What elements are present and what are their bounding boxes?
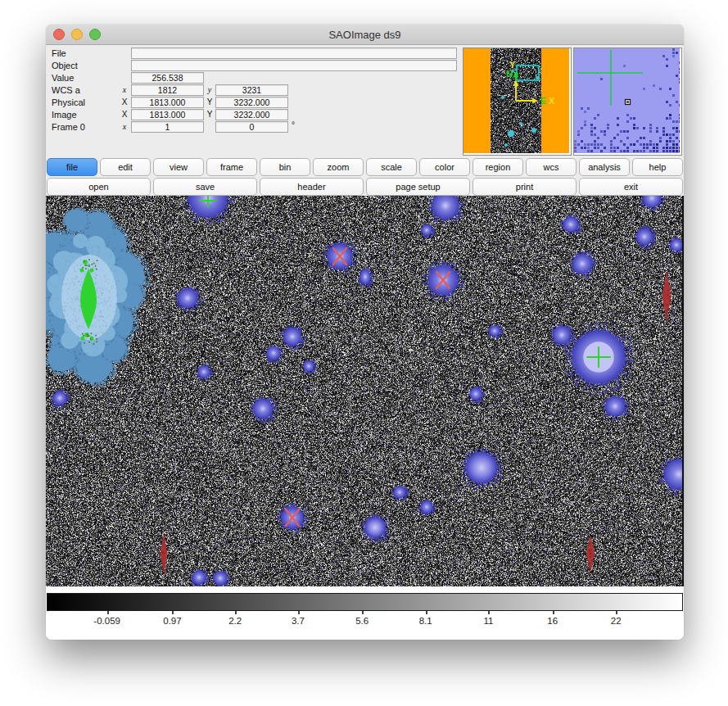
colorbar-tick-label: 3.7 — [292, 616, 305, 626]
colorbar-tick — [107, 611, 109, 614]
menu-button-help[interactable]: help — [632, 158, 683, 176]
menu-button-region[interactable]: region — [473, 158, 523, 176]
image-area — [46, 196, 684, 586]
colorbar-tick — [616, 611, 617, 614]
info-label: File — [52, 48, 66, 58]
info-field[interactable]: 256.538 — [131, 72, 204, 84]
colorbar-tick — [172, 611, 174, 614]
axis-label: y — [205, 85, 215, 94]
info-field[interactable]: 3232.000 — [215, 97, 288, 108]
menu-button-scale[interactable]: scale — [366, 158, 417, 176]
menu-button-header[interactable]: header — [260, 178, 364, 196]
info-label: Physical — [52, 97, 85, 107]
axis-label: Y — [205, 97, 215, 106]
colorbar-tick — [298, 611, 300, 614]
info-row-frame-0: Frame 0x10° — [46, 121, 459, 134]
info-field[interactable] — [131, 60, 457, 71]
menu-button-bin[interactable]: bin — [260, 158, 310, 176]
info-label: Object — [52, 61, 78, 70]
colorbar-tick — [235, 611, 237, 614]
menu-button-frame[interactable]: frame — [206, 158, 257, 176]
info-label: WCS a — [52, 85, 80, 95]
colorbar-tick-label: 11 — [483, 616, 493, 626]
colorbar-tick-label: 22 — [611, 616, 622, 626]
ds9-window: SAOImage ds9 FileObjectValue256.538WCS a… — [46, 25, 684, 640]
info-row-wcs-a: WCS ax1812y3231 — [46, 84, 459, 97]
colorbar-tick — [426, 611, 427, 614]
close-button[interactable] — [53, 29, 65, 40]
colorbar-tick-label: 8.1 — [419, 616, 432, 626]
info-row-object: Object — [46, 60, 459, 72]
axis-label: X — [120, 97, 129, 106]
menu-row-1: fileeditviewframebinzoomscalecolorregion… — [46, 156, 684, 176]
magnifier-canvas[interactable] — [574, 48, 680, 153]
menu-button-zoom[interactable]: zoom — [313, 158, 364, 176]
info-rows: FileObjectValue256.538WCS ax1812y3231Phy… — [46, 48, 459, 134]
info-row-file: File — [46, 48, 459, 60]
menu-button-exit[interactable]: exit — [579, 178, 683, 196]
menu-button-page-setup[interactable]: page setup — [366, 178, 470, 196]
info-field[interactable]: 1812 — [131, 84, 204, 96]
colorbar-tick — [553, 611, 554, 614]
main-image-canvas[interactable] — [46, 196, 682, 586]
menu-button-wcs[interactable]: wcs — [526, 158, 577, 176]
menu-button-color[interactable]: color — [419, 158, 470, 176]
info-label: Value — [52, 73, 74, 83]
panner-box — [463, 48, 572, 156]
info-row-physical: PhysicalX1813.000Y3232.000 — [46, 97, 459, 109]
axis-label: Y — [205, 110, 215, 119]
info-row-value: Value256.538 — [46, 72, 459, 84]
info-field[interactable] — [131, 48, 457, 59]
colorbar-tick-label: 16 — [547, 616, 558, 626]
menu-button-analysis[interactable]: analysis — [579, 158, 630, 176]
info-row-image: ImageX1813.000Y3232.000 — [46, 109, 459, 121]
menu-button-file[interactable]: file — [47, 158, 97, 176]
info-field[interactable]: 1 — [131, 121, 204, 133]
titlebar[interactable]: SAOImage ds9 — [46, 25, 684, 45]
colorbar-area: -0.0590.972.23.75.68.1111622 — [46, 586, 684, 640]
info-field[interactable]: 3231 — [215, 84, 288, 96]
zoom-button[interactable] — [89, 29, 101, 40]
axis-label: X — [120, 110, 129, 119]
traffic-lights — [53, 25, 101, 44]
menu-button-print[interactable]: print — [473, 178, 577, 196]
info-field[interactable]: 1813.000 — [131, 109, 204, 120]
colorbar-tick-label: -0.059 — [93, 616, 120, 626]
magnifier-box — [573, 48, 682, 156]
menu-button-edit[interactable]: edit — [100, 158, 151, 176]
info-panel: FileObjectValue256.538WCS ax1812y3231Phy… — [46, 45, 684, 156]
colorbar-tick-label: 5.6 — [355, 616, 369, 626]
menu-row-2: opensaveheaderpage setupprintexit — [46, 176, 684, 196]
colorbar-tick — [362, 611, 364, 614]
info-field[interactable]: 3232.000 — [215, 109, 288, 120]
colorbar-tick-label: 2.2 — [228, 616, 242, 626]
info-field[interactable]: 1813.000 — [131, 97, 204, 108]
panner-canvas[interactable] — [463, 48, 569, 153]
degree-suffix: ° — [292, 120, 295, 129]
colorbar-gradient[interactable] — [47, 593, 683, 611]
menu-button-save[interactable]: save — [153, 178, 257, 196]
info-label: Image — [52, 110, 77, 120]
axis-label: x — [120, 122, 129, 131]
menu-button-view[interactable]: view — [153, 158, 204, 176]
window-title: SAOImage ds9 — [328, 29, 400, 41]
colorbar-tick — [488, 611, 490, 614]
minimize-button[interactable] — [71, 29, 83, 40]
info-field[interactable]: 0 — [215, 121, 288, 133]
info-label: Frame 0 — [52, 122, 85, 132]
axis-label: x — [120, 85, 129, 94]
menu-button-open[interactable]: open — [47, 178, 151, 196]
colorbar-tick-label: 0.97 — [163, 616, 181, 626]
